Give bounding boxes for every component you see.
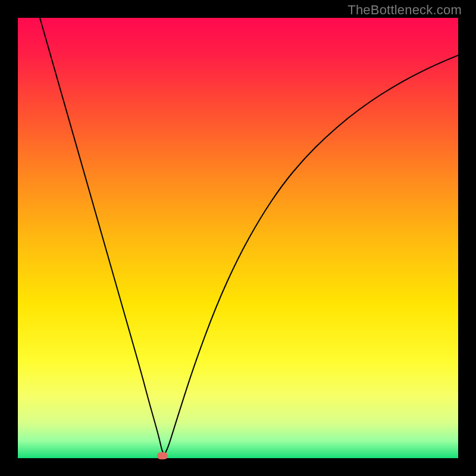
bottleneck-curve — [18, 18, 458, 458]
watermark-text: TheBottleneck.com — [347, 2, 462, 18]
plot-area — [18, 18, 458, 458]
optimum-marker — [157, 452, 168, 459]
chart-frame: TheBottleneck.com — [0, 0, 476, 476]
